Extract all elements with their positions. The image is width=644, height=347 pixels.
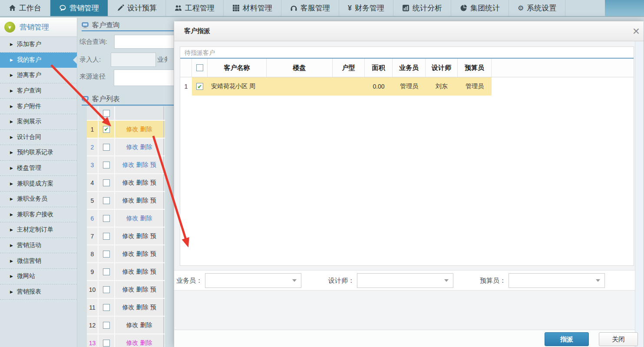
sidebar-header[interactable]: ▼ 营销管理	[0, 18, 77, 37]
row-checkbox[interactable]	[103, 144, 110, 151]
sidebar-item-13[interactable]: ▶主材定制订单	[0, 222, 77, 238]
assign-select-2[interactable]	[357, 273, 453, 288]
row-action-links[interactable]: 修改 删除 预	[115, 281, 164, 298]
row-checkbox[interactable]	[103, 215, 110, 222]
sidebar-item-label: 我的客户	[17, 56, 41, 64]
sidebar-item-1[interactable]: ▶添加客户	[0, 37, 77, 53]
modal-column-header: 客户名称	[208, 59, 267, 77]
row-action-links[interactable]: 修改 删除 预	[115, 192, 164, 209]
row-action-links[interactable]: 修改 删除	[115, 317, 164, 334]
row-action-links[interactable]: 修改 删除 预	[115, 263, 164, 280]
nav-tab-label: 设计预算	[127, 3, 157, 13]
row-action-links[interactable]: 修改 删除 预	[115, 299, 164, 316]
row-action-links[interactable]: 修改 删除	[115, 210, 164, 227]
grid-icon	[232, 4, 240, 12]
pending-customers-section-title: 待指派客户	[180, 47, 634, 59]
modal-row-number: 1	[180, 77, 192, 96]
row-action-links[interactable]: 修改 删除	[115, 334, 164, 347]
row-checkbox[interactable]	[103, 197, 110, 204]
assign-select-3[interactable]	[509, 273, 605, 288]
sidebar-item-17[interactable]: ▶营销报表	[0, 284, 77, 300]
sidebar-item-4[interactable]: ▶客户查询	[0, 83, 77, 99]
row-checkbox[interactable]	[103, 126, 110, 133]
row-action-links[interactable]: 修改 删除	[115, 121, 164, 138]
select-all-checkbox[interactable]	[103, 110, 110, 117]
row-checkbox[interactable]	[103, 179, 110, 186]
assign-button[interactable]: 指派	[545, 332, 589, 346]
modal-checkbox-cell	[192, 77, 208, 96]
entry-person-input[interactable]	[111, 53, 156, 67]
nav-tab-label: 工作台	[19, 3, 41, 13]
triangle-right-icon: ▶	[10, 58, 13, 62]
modal-cell: 安靖荷花小区 周	[208, 77, 267, 96]
modal-cell	[267, 77, 333, 96]
sidebar-item-11[interactable]: ▶兼职业务员	[0, 192, 77, 207]
sidebar-item-9[interactable]: ▶楼盘管理	[0, 161, 77, 176]
row-checkbox[interactable]	[103, 233, 110, 240]
modal-cell-filler	[492, 77, 634, 96]
triangle-right-icon: ▶	[10, 119, 13, 124]
row-action-links[interactable]: 修改 删除 预	[115, 245, 164, 262]
nav-tab-3[interactable]: 设计预算	[108, 0, 166, 16]
sidebar-item-7[interactable]: ▶设计合同	[0, 130, 77, 145]
sidebar: ▼ 营销管理 ▶添加客户▶我的客户▶游离客户▶客户查询▶客户附件▶案例展示▶设计…	[0, 18, 77, 347]
assign-select-1[interactable]	[205, 273, 301, 288]
sidebar-item-10[interactable]: ▶兼职提成方案	[0, 176, 77, 192]
row-action-links[interactable]: 修改 删除 预	[115, 174, 164, 191]
modal-column-header: 预算员	[458, 59, 492, 77]
app-window: 工作台营销管理设计预算工程管理材料管理客服管理¥财务管理统计分析集团统计⚙系统设…	[0, 0, 644, 347]
nav-tab-2[interactable]: 营销管理	[50, 0, 108, 16]
sidebar-item-label: 兼职提成方案	[17, 180, 53, 188]
sidebar-item-12[interactable]: ▶兼职客户接收	[0, 207, 77, 223]
nav-tab-5[interactable]: 材料管理	[224, 0, 281, 16]
modal-scrollbar-track[interactable]	[635, 41, 644, 347]
row-action-links[interactable]: 修改 删除	[115, 139, 164, 155]
row-action-links[interactable]: 修改 删除 预	[115, 228, 164, 245]
row-checkbox[interactable]	[103, 251, 110, 258]
row-checkbox[interactable]	[103, 162, 110, 169]
search-panel-title-text: 客户查询	[92, 21, 120, 30]
table-row: 11修改 删除 预	[87, 299, 165, 317]
sidebar-item-15[interactable]: ▶微信营销	[0, 253, 77, 269]
close-icon[interactable]: ×	[630, 25, 643, 38]
nav-tab-6[interactable]: 客服管理	[281, 0, 339, 16]
list-panel-title-text: 客户列表	[92, 95, 120, 104]
table-row: 2修改 删除	[87, 139, 165, 156]
sidebar-item-16[interactable]: ▶微网站	[0, 269, 77, 284]
close-button[interactable]: 关闭	[599, 332, 638, 346]
assign-label: 业务员：	[176, 277, 202, 285]
row-checkbox[interactable]	[103, 304, 110, 311]
sidebar-item-3[interactable]: ▶游离客户	[0, 68, 77, 83]
triangle-right-icon: ▶	[10, 73, 13, 77]
checkbox-cell	[99, 156, 115, 173]
customer-assign-modal: 客户指派 × 待指派客户 客户名称楼盘户型面积业务员设计师预算员 1安靖荷花小区…	[174, 21, 644, 347]
users-icon	[175, 4, 182, 12]
nav-tab-label: 工程管理	[185, 3, 215, 13]
sidebar-item-label: 楼盘管理	[17, 164, 41, 172]
home-icon	[9, 4, 16, 12]
nav-tab-label: 集团统计	[470, 3, 500, 13]
triangle-right-icon: ▶	[10, 228, 13, 232]
row-checkbox[interactable]	[103, 322, 110, 329]
row-checkbox[interactable]	[103, 286, 110, 293]
nav-tab-1[interactable]: 工作台	[0, 0, 50, 16]
row-action-links[interactable]: 修改 删除 预	[115, 156, 164, 173]
nav-tab-8[interactable]: 统计分析	[393, 0, 451, 16]
nav-tab-7[interactable]: ¥财务管理	[339, 0, 393, 16]
modal-select-all-checkbox[interactable]	[196, 64, 203, 71]
row-checkbox[interactable]	[103, 340, 110, 347]
sidebar-item-14[interactable]: ▶营销活动	[0, 238, 77, 254]
chevron-down-circle-icon: ▼	[4, 22, 15, 33]
nav-tab-label: 客服管理	[301, 3, 330, 13]
nav-tab-4[interactable]: 工程管理	[166, 0, 224, 16]
nav-tab-9[interactable]: 集团统计	[451, 0, 509, 16]
modal-header-filler	[492, 59, 634, 77]
modal-row-checkbox[interactable]	[196, 83, 203, 90]
sidebar-item-8[interactable]: ▶预约联系记录	[0, 145, 77, 161]
row-checkbox[interactable]	[103, 268, 110, 275]
sidebar-item-5[interactable]: ▶客户附件	[0, 99, 77, 114]
sidebar-item-2[interactable]: ▶我的客户	[0, 53, 77, 68]
gear-icon: ⚙	[518, 4, 524, 12]
nav-tab-10[interactable]: ⚙系统设置	[509, 0, 565, 16]
sidebar-item-6[interactable]: ▶案例展示	[0, 114, 77, 130]
